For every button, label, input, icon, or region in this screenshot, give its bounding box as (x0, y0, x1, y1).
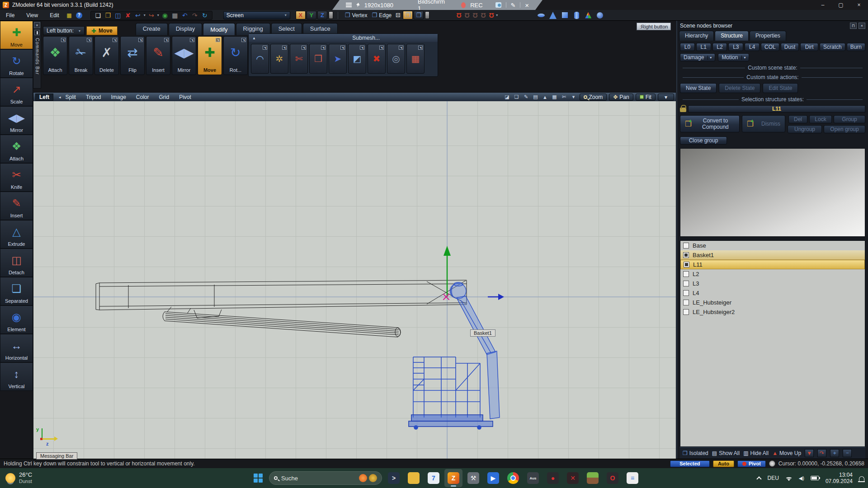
snap-grid-magnet-icon[interactable]: Ω (479, 12, 487, 19)
tab-create[interactable]: Create (136, 23, 168, 35)
commands-close-icon[interactable]: × (34, 22, 40, 28)
lod-button-dust[interactable]: Dust (781, 43, 799, 51)
break-button[interactable]: ◥✁Break (69, 36, 93, 75)
pivot-mode-button[interactable]: Pivot (737, 460, 766, 467)
grid-plane-button[interactable]: ◥▦ (406, 44, 425, 74)
expand-corner-icon[interactable]: ◥ (61, 38, 66, 42)
mirror-button[interactable]: ◥◀▶Mirror (172, 36, 196, 75)
convert-to-compound-button[interactable]: ❒▲ Convert to Compound (680, 115, 740, 132)
hide-all-button[interactable]: ▥Hide All (743, 450, 769, 456)
sidebar-tool-scale[interactable]: ↗Scale (0, 78, 33, 106)
damage-dropdown[interactable]: Damage▾ (680, 53, 715, 61)
expand-corner-icon[interactable]: ◥ (190, 38, 194, 42)
edit-state-button[interactable]: Edit State (763, 83, 798, 93)
lod-button-l0[interactable]: L0 (680, 43, 695, 51)
lod-button-l4[interactable]: L4 (745, 43, 760, 51)
slice-plane-button[interactable]: ◥◩ (348, 44, 366, 74)
panel-tab-structure[interactable]: Structure (715, 31, 749, 41)
close-group-button[interactable]: Close group (680, 136, 727, 145)
lod-button-burn[interactable]: Burn (847, 43, 865, 51)
close-button[interactable]: × (850, 0, 868, 10)
export-icon[interactable]: ↪ (147, 11, 156, 19)
clock[interactable]: 13:04 07.09.2024 (826, 472, 853, 484)
expand-corner-icon[interactable]: ◥ (138, 38, 143, 42)
ungroup-button[interactable]: Ungroup (788, 125, 822, 133)
redo-icon[interactable]: ↷ (190, 11, 199, 19)
notepad-app-icon[interactable]: ≡ (623, 469, 642, 487)
expand-corner-icon[interactable]: ◥ (379, 46, 384, 50)
extend-button[interactable]: ◥➤ (329, 44, 347, 74)
vertex-mode-button[interactable]: ❐ Vertex (343, 11, 370, 20)
expand-corner-icon[interactable]: ◥ (282, 46, 287, 50)
viewport-menu-pivot[interactable]: Pivot (179, 94, 191, 100)
record-app-icon[interactable]: ● (544, 469, 562, 487)
sync-icon[interactable]: ↻ (200, 11, 209, 19)
node-checkbox[interactable] (684, 262, 689, 267)
sidebar-tool-move[interactable]: ✚Move (0, 21, 33, 49)
new-state-button[interactable]: New State (680, 83, 717, 93)
media-app-icon[interactable]: ▶ (484, 469, 502, 487)
layers-icon[interactable]: ▤ (532, 94, 539, 100)
move-button[interactable]: ◥✚Move (198, 36, 222, 75)
node-checkbox[interactable] (683, 309, 689, 315)
node-row-le_hubsteiger2[interactable]: LE_Hubsteiger2 (680, 307, 865, 317)
lock-button[interactable]: Lock (809, 115, 832, 123)
axis-z-button[interactable]: Z (317, 11, 327, 19)
pencil-icon[interactable]: ✎ (511, 2, 516, 9)
node-row-l3[interactable]: L3 (680, 279, 865, 288)
expand-corner-icon[interactable]: ◥ (418, 46, 423, 50)
move-up-button[interactable]: ▲Move Up (772, 450, 801, 456)
sidebar-tool-horizontal[interactable]: ↔Horizontal (0, 334, 33, 362)
help-icon[interactable]: ? (76, 12, 82, 19)
snap-extra-magnet-icon[interactable]: Ω (487, 12, 495, 19)
close-recbar-icon[interactable]: × (525, 1, 529, 9)
weld-button[interactable]: ◥✖ (368, 44, 386, 74)
tools-app-icon[interactable]: ⚒ (464, 469, 482, 487)
node-checkbox[interactable] (683, 300, 689, 305)
export-icon-caret[interactable]: ▾ (157, 13, 159, 17)
viewport-menu-image[interactable]: Image (111, 94, 126, 100)
view-options-dropdown[interactable]: ▾ (658, 94, 674, 101)
view-dropdown-icon[interactable]: ▾ (570, 94, 577, 100)
maximize-button[interactable]: ▢ (832, 0, 850, 10)
motion-dropdown[interactable]: Motion▾ (718, 53, 749, 61)
cut-button[interactable]: ◥✄ (290, 44, 308, 74)
shortcut-keys-icon[interactable]: ▦ (65, 12, 73, 19)
red-x-app-icon[interactable]: ✕ (564, 469, 582, 487)
delete-state-button[interactable]: Delete State (719, 83, 760, 93)
viewport-menu-grid[interactable]: Grid (159, 94, 170, 100)
node-row-l2[interactable]: L2 (680, 269, 865, 279)
left-button-dropdown[interactable]: Left button: ▾ (43, 26, 85, 35)
expand-corner-icon[interactable]: ◥ (321, 46, 326, 50)
show-all-button[interactable]: ▤Show All (712, 450, 740, 456)
node-checkbox[interactable] (683, 243, 689, 249)
minecraft-app-icon[interactable] (584, 469, 602, 487)
add-layer-icon[interactable]: ＋ (830, 449, 839, 457)
node-checkbox[interactable] (683, 290, 689, 296)
tray-expand-icon[interactable] (757, 476, 762, 481)
zmodeler-app-icon[interactable]: Z (444, 469, 462, 487)
camera-icon[interactable] (495, 2, 501, 8)
snap-vertex-magnet-icon[interactable]: Ω (463, 12, 471, 19)
expand-corner-icon[interactable]: ◥ (302, 46, 306, 50)
edge-mode-button[interactable]: ❐ Edge (370, 11, 394, 20)
sphere-primitive-icon[interactable] (595, 11, 605, 20)
sidebar-tool-insert[interactable]: ✎Insert (0, 192, 33, 220)
axis-x-button[interactable]: X (296, 11, 306, 19)
view-label[interactable]: Left (35, 94, 53, 101)
poly-mode-button[interactable]: ❐ (403, 11, 413, 19)
cone-primitive-icon[interactable] (548, 11, 558, 20)
attach-button[interactable]: ◥❖Attach (43, 36, 67, 75)
expand-corner-icon[interactable]: ◥ (241, 38, 246, 42)
panel-tab-properties[interactable]: Properties (750, 31, 786, 41)
move-down-icon[interactable]: ▼ (805, 449, 814, 457)
node-row-l4[interactable]: L4 (680, 288, 865, 298)
explorer-folder-icon[interactable] (405, 469, 423, 487)
search-box[interactable]: Suche (269, 471, 382, 485)
notifications-icon[interactable] (859, 476, 864, 481)
cylinder-primitive-icon[interactable] (571, 11, 581, 20)
sidebar-tool-element[interactable]: ◉Element (0, 305, 33, 334)
sidebar-tool-detach[interactable]: ◫Detach (0, 249, 33, 277)
flip-button[interactable]: ◥⇄Flip (120, 36, 145, 75)
calendar-app-icon[interactable]: 7 (425, 469, 443, 487)
